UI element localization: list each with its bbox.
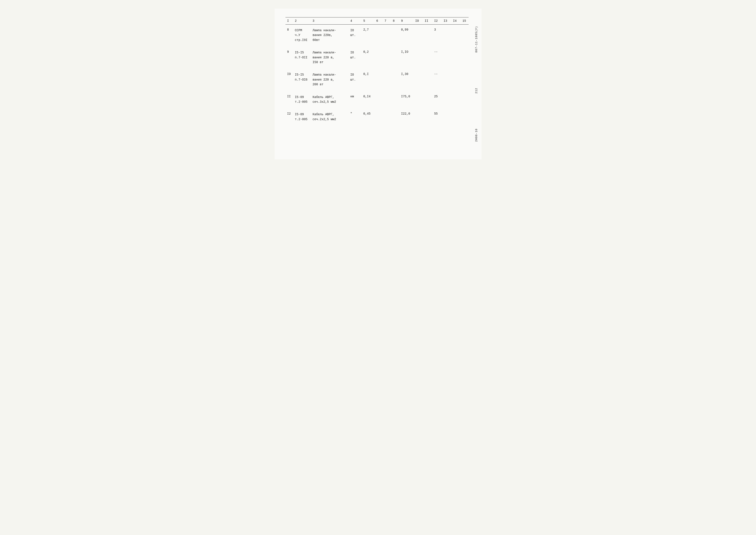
cell-r2-c7 bbox=[383, 69, 391, 90]
cell-r0-c10 bbox=[414, 25, 423, 46]
header-col-15: 15 bbox=[461, 17, 468, 25]
cell-r3-c10 bbox=[414, 91, 423, 108]
table-row: 9I5-I5 п.7-OIIЛампа накали- вания 220 в,… bbox=[285, 47, 469, 68]
cell-r0-c2: ССРМ ч.У стр.I9I bbox=[293, 25, 311, 46]
cell-r1-c2: I5-I5 п.7-OII bbox=[293, 47, 311, 68]
cell-r2-c8 bbox=[391, 69, 399, 90]
cell-r1-c4: IO шт. bbox=[349, 47, 362, 68]
cell-r1-c11 bbox=[423, 47, 432, 68]
cell-r4-c11 bbox=[423, 109, 432, 125]
cell-r0-c7 bbox=[383, 25, 391, 46]
cell-r2-c3: Лампа накали- вания 220 в, 200 вт bbox=[311, 69, 349, 90]
cell-r2-c14 bbox=[451, 69, 461, 90]
cell-r0-c12: 3 bbox=[432, 25, 442, 46]
cell-r3-c14 bbox=[451, 91, 461, 108]
header-col-10: IO bbox=[414, 17, 423, 25]
header-col-9: 9 bbox=[399, 17, 414, 25]
cell-r2-c12: -- bbox=[432, 69, 442, 90]
cell-r4-c15 bbox=[461, 109, 468, 125]
cell-r1-c10 bbox=[414, 47, 423, 68]
header-col-3: 3 bbox=[311, 17, 349, 25]
cell-r3-c1: II bbox=[285, 91, 293, 108]
cell-r0-c13 bbox=[442, 25, 451, 46]
side-labels: 807-11-1885(У) 212 2Н08-10 bbox=[473, 9, 480, 159]
cell-r1-c8 bbox=[391, 47, 399, 68]
cell-r3-c8 bbox=[391, 91, 399, 108]
cell-r3-c15 bbox=[461, 91, 468, 108]
cell-r2-c1: IO bbox=[285, 69, 293, 90]
cell-r2-c5: 0,I bbox=[362, 69, 374, 90]
cell-r4-c14 bbox=[451, 109, 461, 125]
table-row: IOI5-I5 п.7-OI6Лампа накали- вания 220 в… bbox=[285, 69, 469, 90]
header-col-6: 6 bbox=[375, 17, 383, 25]
cell-r3-c2: I5-09 т.2-005 bbox=[293, 91, 311, 108]
cell-r0-c1: 8 bbox=[285, 25, 293, 46]
cell-r2-c15 bbox=[461, 69, 468, 90]
cell-r3-c3: Кабель АВРГ, сеч.3х2,5 мм2 bbox=[311, 91, 349, 108]
table-row: I2I5-09 т.2-005Кабель АВРГ, сеч.2х2,5 мм… bbox=[285, 109, 469, 125]
cell-r2-c11 bbox=[423, 69, 432, 90]
cell-r2-c6 bbox=[375, 69, 383, 90]
cell-r1-c9: I,IO bbox=[399, 47, 414, 68]
cell-r2-c2: I5-I5 п.7-OI6 bbox=[293, 69, 311, 90]
cell-r1-c6 bbox=[375, 47, 383, 68]
cell-r1-c3: Лампа накали- вания 220 в, I50 вт bbox=[311, 47, 349, 68]
header-col-5: 5 bbox=[362, 17, 374, 25]
cell-r1-c1: 9 bbox=[285, 47, 293, 68]
header-col-7: 7 bbox=[383, 17, 391, 25]
cell-r0-c15 bbox=[461, 25, 468, 46]
cell-r2-c9: I,30 bbox=[399, 69, 414, 90]
cell-r4-c7 bbox=[383, 109, 391, 125]
cell-r3-c11 bbox=[423, 91, 432, 108]
cell-r4-c5: 0,45 bbox=[362, 109, 374, 125]
cell-r0-c5: 2,7 bbox=[362, 25, 374, 46]
side-label-3: 2Н08-10 bbox=[475, 128, 478, 142]
cell-r4-c9: I22,0 bbox=[399, 109, 414, 125]
cell-r2-c13 bbox=[442, 69, 451, 90]
page-container: 807-11-1885(У) 212 2Н08-10 I 2 3 4 5 6 7… bbox=[275, 9, 481, 159]
header-col-2: 2 bbox=[293, 17, 311, 25]
cell-r4-c6 bbox=[375, 109, 383, 125]
header-col-8: 8 bbox=[391, 17, 399, 25]
cell-r4-c1: I2 bbox=[285, 109, 293, 125]
table-header-row: I 2 3 4 5 6 7 8 9 IO II I2 I3 I4 15 bbox=[285, 17, 469, 25]
cell-r4-c3: Кабель АВРГ, сеч.2х2,5 мм2 bbox=[311, 109, 349, 125]
cell-r3-c9: I75,0 bbox=[399, 91, 414, 108]
header-col-11: II bbox=[423, 17, 432, 25]
cell-r2-c4: IO шт. bbox=[349, 69, 362, 90]
cell-r4-c4: " bbox=[349, 109, 362, 125]
cell-r0-c3: Лампа накали- вания 220в, 60вт bbox=[311, 25, 349, 46]
cell-r1-c15 bbox=[461, 47, 468, 68]
cell-r1-c13 bbox=[442, 47, 451, 68]
cell-r0-c8 bbox=[391, 25, 399, 46]
cell-r1-c5: 0,2 bbox=[362, 47, 374, 68]
side-label-2: 212 bbox=[475, 88, 478, 94]
header-col-4: 4 bbox=[349, 17, 362, 25]
table-row: III5-09 т.2-005Кабель АВРГ, сеч.3х2,5 мм… bbox=[285, 91, 469, 108]
cell-r2-c10 bbox=[414, 69, 423, 90]
spacer-row bbox=[285, 125, 469, 126]
cell-r1-c12: -- bbox=[432, 47, 442, 68]
header-col-14: I4 bbox=[451, 17, 461, 25]
cell-r4-c12: 55 bbox=[432, 109, 442, 125]
cell-r0-c11 bbox=[423, 25, 432, 46]
cell-r4-c13 bbox=[442, 109, 451, 125]
cell-r3-c5: 0,I4 bbox=[362, 91, 374, 108]
cell-r3-c13 bbox=[442, 91, 451, 108]
cell-r3-c7 bbox=[383, 91, 391, 108]
cell-r4-c8 bbox=[391, 109, 399, 125]
cell-r3-c6 bbox=[375, 91, 383, 108]
cell-r4-c10 bbox=[414, 109, 423, 125]
header-col-12: I2 bbox=[432, 17, 442, 25]
cell-r0-c4: IO шт. bbox=[349, 25, 362, 46]
cell-r4-c2: I5-09 т.2-005 bbox=[293, 109, 311, 125]
table-row: 8ССРМ ч.У стр.I9IЛампа накали- вания 220… bbox=[285, 25, 469, 46]
header-col-1: I bbox=[285, 17, 293, 25]
cell-r1-c7 bbox=[383, 47, 391, 68]
main-table: I 2 3 4 5 6 7 8 9 IO II I2 I3 I4 15 8ССР… bbox=[285, 17, 469, 126]
cell-r1-c14 bbox=[451, 47, 461, 68]
cell-r0-c14 bbox=[451, 25, 461, 46]
side-label-1: 807-11-1885(У) bbox=[475, 26, 478, 53]
cell-r0-c9: 0,99 bbox=[399, 25, 414, 46]
header-col-13: I3 bbox=[442, 17, 451, 25]
